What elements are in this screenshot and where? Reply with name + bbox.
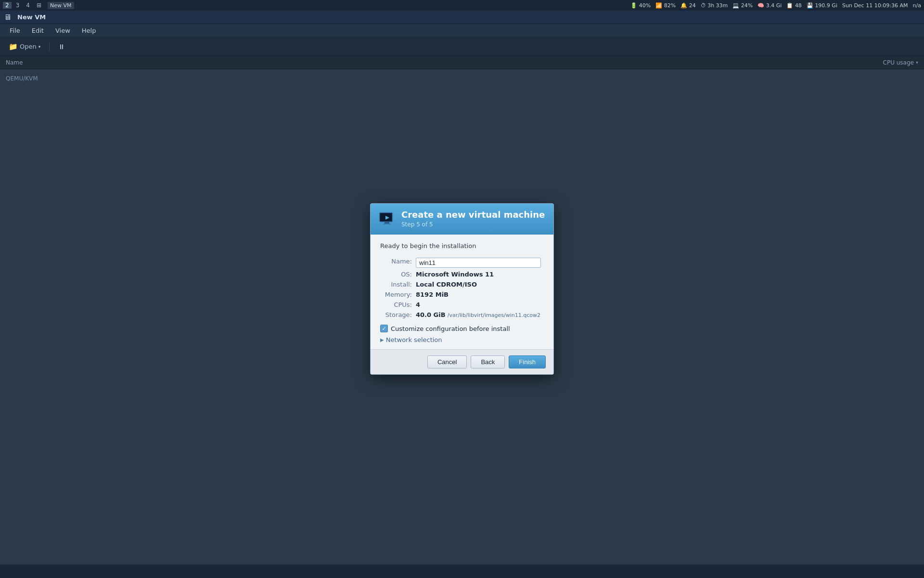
name-input-cell xyxy=(414,256,544,269)
checkmark-icon: ✓ xyxy=(382,326,386,331)
install-label: Install: xyxy=(380,279,414,289)
memory-row: Memory: 8192 MiB xyxy=(380,289,544,300)
customize-row: ✓ Customize configuration before install xyxy=(380,325,544,332)
finish-button[interactable]: Finish xyxy=(509,355,546,368)
storage-value-cell: 40.0 GiB /var/lib/libvirt/images/win11.q… xyxy=(414,310,544,320)
memory-label: Memory: xyxy=(380,289,414,300)
cancel-button[interactable]: Cancel xyxy=(427,355,467,368)
network-label: Network selection xyxy=(386,336,442,343)
network-section[interactable]: ▶ Network selection xyxy=(380,336,544,343)
os-label: OS: xyxy=(380,269,414,279)
cpus-row: CPUs: 4 xyxy=(380,300,544,310)
dialog-header-text: Create a new virtual machine Step 5 of 5 xyxy=(401,210,545,228)
install-value: Local CDROM/ISO xyxy=(414,279,544,289)
vm-info-table: Name: OS: Microsoft Windows 11 Install: … xyxy=(380,256,544,320)
name-row: Name: xyxy=(380,256,544,269)
new-vm-dialog: Create a new virtual machine Step 5 of 5… xyxy=(370,203,554,375)
customize-label: Customize configuration before install xyxy=(391,325,510,332)
memory-value: 8192 MiB xyxy=(414,289,544,300)
dialog-body: Ready to begin the installation Name: OS… xyxy=(371,235,553,349)
storage-path: /var/lib/libvirt/images/win11.qcow2 xyxy=(448,312,540,318)
dialog-header: Create a new virtual machine Step 5 of 5 xyxy=(371,204,553,235)
storage-row: Storage: 40.0 GiB /var/lib/libvirt/image… xyxy=(380,310,544,320)
cpus-value: 4 xyxy=(414,300,544,310)
expand-arrow-icon: ▶ xyxy=(380,337,384,342)
dialog-step: Step 5 of 5 xyxy=(401,221,545,228)
svg-rect-3 xyxy=(383,223,391,224)
back-button[interactable]: Back xyxy=(471,355,505,368)
os-value: Microsoft Windows 11 xyxy=(414,269,544,279)
customize-checkbox[interactable]: ✓ xyxy=(380,325,388,332)
dialog-footer: Cancel Back Finish xyxy=(371,349,553,374)
dialog-overlay: Create a new virtual machine Step 5 of 5… xyxy=(0,0,924,578)
storage-size: 40.0 GiB xyxy=(416,311,446,318)
storage-label: Storage: xyxy=(380,310,414,320)
dialog-title: Create a new virtual machine xyxy=(401,210,545,220)
svg-rect-2 xyxy=(385,222,389,223)
cpus-label: CPUs: xyxy=(380,300,414,310)
name-label: Name: xyxy=(380,256,414,269)
ready-text: Ready to begin the installation xyxy=(380,242,544,250)
vm-wizard-icon xyxy=(378,210,396,228)
os-row: OS: Microsoft Windows 11 xyxy=(380,269,544,279)
install-row: Install: Local CDROM/ISO xyxy=(380,279,544,289)
vm-name-input[interactable] xyxy=(416,258,541,268)
